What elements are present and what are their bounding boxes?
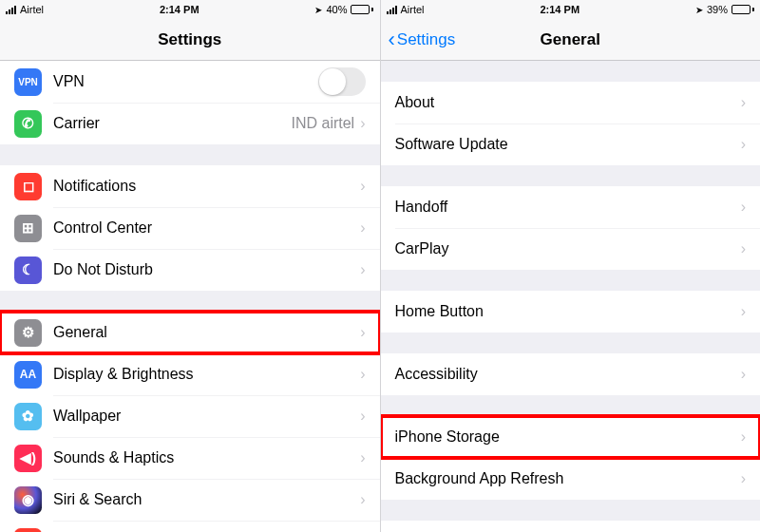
cell-label: Home Button	[395, 303, 741, 320]
cell-general[interactable]: ⚙General›	[0, 312, 380, 353]
chevron-right-icon: ›	[741, 366, 746, 383]
cell-label: Display & Brightness	[53, 366, 360, 383]
carrier-label: Airtel	[20, 4, 44, 15]
cell-handoff[interactable]: Handoff›	[381, 186, 761, 228]
nav-bar: Settings	[0, 19, 380, 61]
cell-notifications[interactable]: ◻Notifications›	[0, 165, 380, 207]
cell-label: Wallpaper	[53, 408, 360, 425]
cell-restrictions[interactable]: RestrictionsOn›	[381, 521, 761, 532]
cell-label: CarPlay	[395, 240, 741, 257]
cell-label: Accessibility	[395, 366, 741, 383]
vpn-icon: VPN	[14, 68, 42, 96]
nav-bar: ‹ Settings General	[381, 19, 761, 61]
cc-icon: ⊞	[14, 215, 42, 242]
cell-label: Do Not Disturb	[53, 261, 360, 278]
disp-icon: AA	[14, 361, 42, 389]
chevron-right-icon: ›	[360, 408, 365, 425]
chevron-right-icon: ›	[741, 428, 746, 446]
cell-label: About	[395, 94, 741, 111]
notif-icon: ◻	[14, 173, 42, 200]
battery-percent: 39%	[707, 4, 728, 15]
battery-percent: 40%	[326, 4, 347, 15]
cell-wallpaper[interactable]: ✿Wallpaper›	[0, 395, 380, 437]
cell-display-brightness[interactable]: AADisplay & Brightness›	[0, 353, 380, 395]
back-button[interactable]: ‹ Settings	[389, 29, 456, 50]
cell-carrier[interactable]: ✆CarrierIND airtel›	[0, 103, 380, 144]
location-icon: ➤	[695, 5, 703, 15]
cell-control-center[interactable]: ⊞Control Center›	[0, 207, 380, 249]
cell-label: VPN	[53, 73, 318, 90]
cell-software-update[interactable]: Software Update›	[381, 124, 761, 165]
dnd-icon: ☾	[14, 256, 42, 284]
settings-root-list[interactable]: VPNVPN✆CarrierIND airtel›◻Notifications›…	[0, 61, 380, 532]
cell-about[interactable]: About›	[381, 82, 761, 124]
chevron-right-icon: ›	[741, 136, 746, 153]
touch-icon: ◉	[14, 528, 42, 533]
siri-icon: ◉	[14, 486, 42, 514]
group-separator	[381, 332, 761, 353]
cell-label: Control Center	[53, 219, 360, 237]
cell-vpn[interactable]: VPNVPN	[0, 61, 380, 103]
cell-label: Sounds & Haptics	[53, 449, 360, 466]
chevron-right-icon: ›	[360, 115, 365, 132]
wall-icon: ✿	[14, 403, 42, 430]
cell-siri-search[interactable]: ◉Siri & Search›	[0, 479, 380, 521]
page-title: Settings	[158, 30, 221, 49]
cell-accessibility[interactable]: Accessibility›	[381, 353, 761, 395]
cell-label: Notifications	[53, 178, 360, 195]
general-list[interactable]: About›Software Update›Handoff›CarPlay›Ho…	[381, 61, 761, 532]
signal-icon	[387, 6, 397, 14]
status-time: 2:14 PM	[540, 4, 580, 15]
page-title: General	[541, 30, 600, 49]
back-label: Settings	[397, 30, 455, 49]
cell-background-app-refresh[interactable]: Background App Refresh›	[381, 458, 761, 500]
chevron-right-icon: ›	[360, 178, 365, 195]
chevron-right-icon: ›	[360, 324, 365, 341]
status-time: 2:14 PM	[160, 4, 200, 15]
status-bar: Airtel 2:14 PM ➤ 40%	[0, 0, 380, 19]
cell-iphone-storage[interactable]: iPhone Storage›	[381, 416, 761, 458]
chevron-right-icon: ›	[741, 303, 746, 320]
group-separator	[381, 270, 761, 291]
chevron-right-icon: ›	[360, 491, 365, 508]
settings-screen: Airtel 2:14 PM ➤ 40% Settings VPNVPN✆Car…	[0, 0, 381, 532]
status-bar: Airtel 2:14 PM ➤ 39%	[381, 0, 761, 19]
general-screen: Airtel 2:14 PM ➤ 39% ‹ Settings General …	[381, 0, 761, 532]
cell-home-button[interactable]: Home Button›	[381, 291, 761, 332]
carrier-icon: ✆	[14, 110, 42, 138]
cell-label: Siri & Search	[53, 491, 360, 508]
chevron-right-icon: ›	[741, 470, 746, 487]
group-separator	[0, 144, 380, 165]
location-icon: ➤	[314, 5, 322, 15]
group-separator	[381, 61, 761, 82]
chevron-right-icon: ›	[741, 240, 746, 257]
cell-label: Handoff	[395, 199, 741, 216]
toggle-switch[interactable]	[318, 67, 366, 96]
carrier-label: Airtel	[401, 4, 425, 15]
battery-icon	[732, 5, 754, 14]
cell-detail: IND airtel	[291, 115, 354, 132]
cell-label: iPhone Storage	[395, 428, 741, 446]
cell-label: Carrier	[53, 115, 291, 132]
chevron-right-icon: ›	[741, 94, 746, 111]
chevron-right-icon: ›	[360, 449, 365, 466]
chevron-right-icon: ›	[360, 219, 365, 237]
cell-sounds-haptics[interactable]: ◀)Sounds & Haptics›	[0, 437, 380, 479]
sound-icon: ◀)	[14, 445, 42, 472]
chevron-right-icon: ›	[741, 199, 746, 216]
group-separator	[381, 500, 761, 521]
group-separator	[381, 165, 761, 186]
chevron-right-icon: ›	[360, 261, 365, 278]
battery-icon	[351, 5, 373, 14]
cell-touch-id-passcode[interactable]: ◉Touch ID & Passcode›	[0, 521, 380, 532]
group-separator	[381, 395, 761, 416]
cell-carplay[interactable]: CarPlay›	[381, 228, 761, 270]
cell-do-not-disturb[interactable]: ☾Do Not Disturb›	[0, 249, 380, 291]
cell-label: General	[53, 324, 360, 341]
cell-label: Background App Refresh	[395, 470, 741, 487]
chevron-right-icon: ›	[360, 366, 365, 383]
signal-icon	[6, 6, 16, 14]
group-separator	[0, 291, 380, 312]
chevron-left-icon: ‹	[389, 29, 395, 50]
cell-label: Software Update	[395, 136, 741, 153]
